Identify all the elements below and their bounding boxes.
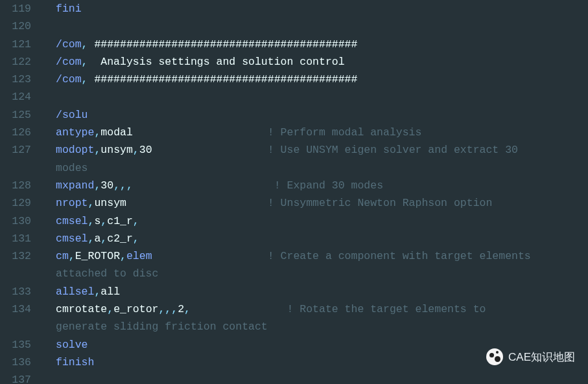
token: modal (100, 126, 133, 139)
token: /com (56, 73, 82, 85)
token: , (94, 179, 100, 192)
token: , (94, 286, 100, 298)
token: , (69, 250, 75, 262)
line-number: 130 (0, 212, 31, 230)
token (152, 250, 268, 262)
token: cmrotate (56, 303, 107, 315)
line-number: 132 (0, 247, 31, 265)
line-number (0, 159, 31, 177)
token: ! Perform modal analysis (268, 126, 422, 139)
token: Analysis settings and solution control (88, 56, 345, 68)
token: , (133, 215, 139, 227)
code-line[interactable]: /com, ##################################… (56, 36, 588, 53)
token: , (94, 126, 100, 139)
line-number-gutter: 1191201211221231241251261271281291301311… (0, 0, 40, 384)
token: , (100, 232, 107, 245)
token: , (107, 303, 113, 315)
token: all (100, 286, 120, 298)
token: generate sliding friction contact (56, 321, 268, 333)
code-line[interactable]: modopt,unsym,30 ! Use UNSYM eigen solver… (56, 141, 588, 159)
token: nropt (56, 197, 88, 209)
token: antype (56, 126, 94, 139)
token: 30 (100, 179, 113, 192)
line-number: 135 (0, 336, 31, 354)
code-line[interactable]: fini (56, 0, 588, 17)
token (133, 126, 268, 139)
code-line[interactable]: mxpand,30,,, ! Expand 30 modes (56, 177, 588, 194)
token (191, 303, 287, 315)
token: modopt (56, 144, 94, 156)
token: attached to disc (56, 267, 158, 280)
line-number: 122 (0, 53, 31, 71)
token: , (120, 250, 126, 262)
token: , (88, 215, 95, 227)
line-number: 127 (0, 141, 31, 159)
code-editor[interactable]: 1191201211221231241251261271281291301311… (0, 0, 588, 384)
code-line[interactable] (56, 371, 588, 384)
line-number: 131 (0, 230, 31, 247)
line-number (0, 265, 31, 282)
token: /com (56, 38, 82, 51)
line-number: 134 (0, 300, 31, 318)
code-line[interactable]: cm,E_ROTOR,elem ! Create a component wit… (56, 247, 588, 265)
token: allsel (56, 286, 94, 298)
token: , (133, 232, 139, 245)
line-number: 124 (0, 88, 31, 106)
token: , (133, 144, 139, 156)
token: elem (126, 250, 152, 262)
token: cmsel (56, 215, 88, 227)
line-number: 120 (0, 17, 31, 35)
code-line[interactable] (56, 17, 588, 35)
code-line[interactable]: generate sliding friction contact (56, 318, 588, 335)
token: , (100, 215, 107, 227)
code-line[interactable]: nropt,unsym ! Unsymmetric Newton Raphson… (56, 194, 588, 212)
token: , (82, 73, 88, 85)
code-line[interactable]: modes (56, 159, 588, 177)
token: , (82, 56, 88, 68)
token: fini (56, 3, 82, 15)
token: 30 (139, 144, 152, 156)
code-line[interactable]: cmsel,a,c2_r, (56, 230, 588, 247)
wechat-icon (486, 348, 503, 365)
watermark-text: CAE知识地图 (508, 348, 575, 366)
token: ########################################… (88, 73, 358, 85)
token: ,,, (113, 179, 133, 192)
code-line[interactable]: cmsel,s,c1_r, (56, 212, 588, 230)
token: , (184, 303, 191, 315)
token: ! Create a component with target element… (268, 250, 537, 262)
line-number: 121 (0, 36, 31, 53)
token: cmsel (56, 232, 88, 245)
token: ! Use UNSYM eigen solver and extract 30 (268, 144, 524, 156)
token: cm (56, 250, 69, 262)
code-line[interactable] (56, 88, 588, 106)
line-number: 133 (0, 283, 31, 300)
line-number: 126 (0, 124, 31, 141)
token: ! Expand 30 modes (274, 179, 383, 192)
code-line[interactable]: /solu (56, 106, 588, 124)
token: mxpand (56, 179, 94, 192)
code-line[interactable]: antype,modal ! Perform modal analysis (56, 124, 588, 141)
code-area[interactable]: fini/com, ##############################… (40, 0, 588, 384)
token: /com (56, 56, 82, 68)
token: , (88, 232, 95, 245)
token: , (88, 197, 95, 209)
code-line[interactable]: /com, ##################################… (56, 71, 588, 88)
token: ########################################… (88, 38, 358, 51)
code-line[interactable]: allsel,all (56, 283, 588, 300)
token (126, 197, 268, 209)
code-line[interactable]: cmrotate,e_rotor,,,2, ! Rotate the targe… (56, 300, 588, 318)
token: ,,, (158, 303, 178, 315)
token (152, 144, 268, 156)
token: a (94, 232, 100, 245)
token: unsym (100, 144, 133, 156)
line-number: 129 (0, 194, 31, 212)
line-number: 137 (0, 371, 31, 384)
code-line[interactable]: /com, Analysis settings and solution con… (56, 53, 588, 71)
line-number (0, 318, 31, 335)
token: /solu (56, 109, 88, 121)
token (133, 179, 274, 192)
token: E_ROTOR (75, 250, 120, 262)
token: , (82, 38, 88, 51)
code-line[interactable]: attached to disc (56, 265, 588, 282)
line-number: 136 (0, 354, 31, 371)
